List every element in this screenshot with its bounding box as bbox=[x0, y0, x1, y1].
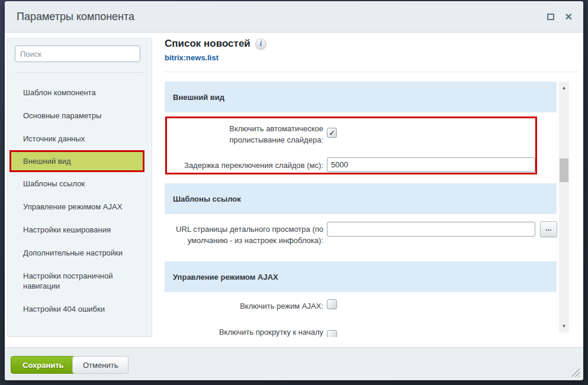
autoplay-label-line2: пролистывание слайдера: bbox=[229, 135, 323, 144]
ajax-enable-checkbox[interactable] bbox=[327, 299, 337, 309]
component-parameters-dialog: Параметры компонента ✕ Шаблон компонента… bbox=[5, 1, 583, 380]
search-input[interactable] bbox=[15, 46, 140, 62]
delay-input[interactable] bbox=[327, 157, 535, 172]
sidebar-item-additional-settings[interactable]: Дополнительные настройки bbox=[8, 241, 152, 264]
sidebar-divider bbox=[15, 72, 144, 73]
resize-grip-icon[interactable] bbox=[571, 368, 580, 377]
browse-button[interactable]: ... bbox=[540, 221, 557, 237]
detail-url-input[interactable] bbox=[327, 222, 535, 237]
sidebar-item-pagination-settings[interactable]: Настройки постраничной навигации bbox=[8, 264, 152, 297]
dialog-title: Параметры компонента bbox=[17, 1, 134, 33]
sidebar-item-404-settings[interactable]: Настройки 404 ошибки bbox=[8, 297, 152, 321]
detail-url-label-line2: умолчанию - из настроек инфоблока): bbox=[188, 236, 323, 245]
maximize-icon[interactable] bbox=[547, 14, 554, 20]
section-header-link-templates: Шаблоны ссылок bbox=[165, 183, 557, 214]
page-backdrop: { "window": { "title": "Параметры компон… bbox=[0, 0, 588, 385]
component-header: Список новостей i bbox=[165, 38, 266, 50]
close-icon[interactable]: ✕ bbox=[565, 12, 573, 22]
delay-label: Задержка переключения слайдов (мс): bbox=[165, 160, 323, 171]
section-title: Внешний вид bbox=[173, 93, 224, 102]
header-divider bbox=[165, 72, 579, 72]
info-icon[interactable]: i bbox=[255, 38, 266, 50]
sidebar-item-data-source[interactable]: Источник данных bbox=[8, 127, 152, 150]
scroll-down-icon[interactable]: ▼ bbox=[559, 321, 569, 331]
sidebar-item-link-templates[interactable]: Шаблоны ссылок bbox=[8, 172, 152, 195]
sidebar-item-main-parameters[interactable]: Основные параметры bbox=[8, 104, 152, 127]
sidebar-item-ajax-mode[interactable]: Управление режимом AJAX bbox=[8, 195, 152, 218]
component-code-link[interactable]: bitrix:news.list bbox=[165, 53, 219, 62]
parameters-pane: Внешний вид Включить автоматическое прол… bbox=[165, 79, 558, 337]
sidebar-item-cache-settings[interactable]: Настройки кеширования bbox=[8, 218, 152, 241]
scroll-up-icon[interactable]: ▲ bbox=[559, 83, 569, 93]
detail-url-label-line1: URL страницы детального просмотра (по bbox=[176, 225, 323, 234]
sidebar-item-component-template[interactable]: Шаблон компонента bbox=[8, 81, 152, 104]
sidebar-menu: Шаблон компонента Основные параметры Ист… bbox=[8, 81, 152, 321]
dialog-titlebar: Параметры компонента ✕ bbox=[5, 1, 583, 33]
scroll-to-top-checkbox[interactable] bbox=[327, 330, 337, 337]
cancel-button[interactable]: Отменить bbox=[72, 356, 128, 374]
component-title: Список новостей bbox=[165, 38, 250, 50]
section-header-ajax: Управление режимом AJAX bbox=[165, 261, 557, 292]
section-title: Шаблоны ссылок bbox=[173, 195, 241, 203]
autoplay-label: Включить автоматическое пролистывание сл… bbox=[165, 123, 323, 145]
scrollbar-thumb[interactable] bbox=[560, 158, 568, 182]
section-header-appearance: Внешний вид bbox=[165, 82, 557, 112]
autoplay-checkbox[interactable]: ✓ bbox=[327, 128, 337, 138]
ajax-enable-label: Включить режим AJAX: bbox=[165, 300, 323, 312]
section-title: Управление режимом AJAX bbox=[173, 273, 278, 282]
scroll-to-top-label: Включить прокрутку к началу bbox=[165, 326, 323, 337]
settings-sidebar: Шаблон компонента Основные параметры Ист… bbox=[7, 38, 152, 337]
autoplay-label-line1: Включить автоматическое bbox=[229, 124, 323, 133]
vertical-scrollbar[interactable]: ▲ ▼ bbox=[559, 82, 569, 332]
window-controls: ✕ bbox=[547, 1, 573, 33]
detail-url-label: URL страницы детального просмотра (по ум… bbox=[165, 224, 323, 246]
dialog-footer: Сохранить Отменить bbox=[5, 347, 583, 380]
sidebar-item-appearance[interactable]: Внешний вид bbox=[9, 150, 144, 172]
save-button[interactable]: Сохранить bbox=[11, 356, 76, 374]
